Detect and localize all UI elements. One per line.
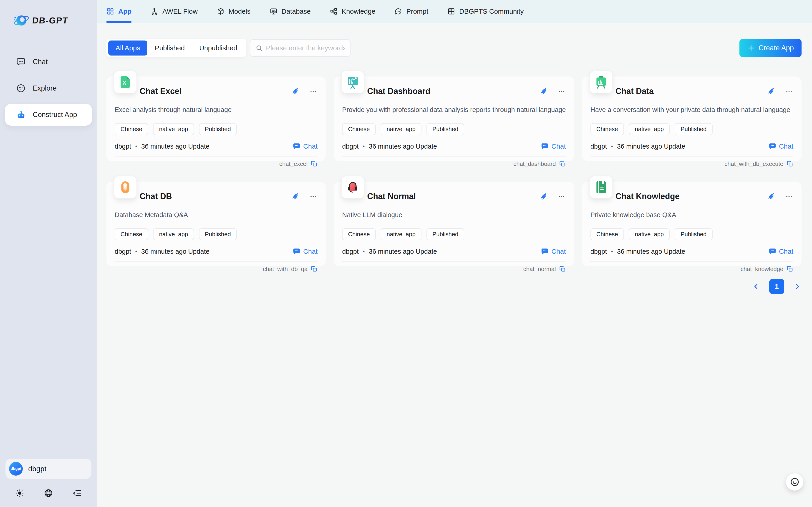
filter-group: All Apps Published Unpublished [107,39,246,57]
tab-awel-flow[interactable]: AWEL Flow [150,0,197,23]
sidebar-item-label: Construct App [33,111,77,119]
feedback-smiley-button[interactable] [786,473,803,491]
feather-badge-icon [539,192,547,201]
excel-letter: X [123,80,126,86]
collapse-sidebar-icon[interactable] [72,488,82,498]
card-slug: chat_knowledge [741,266,783,273]
sql-monitor-icon: SQL [270,7,277,15]
tab-models[interactable]: Models [217,0,251,23]
sidebar: DB-GPT Chat Explore [0,0,97,507]
card-owner: dbgpt [590,248,607,255]
chat-link[interactable]: Chat [541,247,566,255]
chevron-left-icon [752,282,760,291]
card-footer: chat_normal [342,262,566,276]
tag-row: Chinese native_app Published [590,228,793,240]
tag: Published [427,228,464,240]
app-card-chat-db[interactable]: Chat DB Database Metadata Q&A Chines [107,182,326,266]
previous-page-button[interactable] [752,282,760,291]
card-description: Native LLM dialogue [342,211,566,219]
tab-knowledge[interactable]: Knowledge [330,0,375,23]
app-card-chat-normal[interactable]: Chat Normal Native LLM dialogue Chin [334,182,574,266]
more-icon[interactable] [309,87,317,96]
filter-unpublished[interactable]: Unpublished [192,41,245,56]
sidebar-item-explore[interactable]: Explore [5,77,92,99]
tab-dbgpts-community[interactable]: DBGPTS Community [447,0,523,23]
logo: DB-GPT [0,0,97,29]
feather-badge-icon [766,87,775,95]
sidebar-nav: Chat Explore [0,51,97,130]
meta-row: dbgpt • 36 minutes ago Update Chat [115,143,317,150]
card-title: Chat DB [140,191,172,201]
more-icon[interactable] [785,87,793,96]
chevron-right-icon [793,282,802,291]
tag-row: Chinese native_app Published [342,228,566,240]
copy-icon[interactable] [787,160,793,167]
tag: Chinese [342,228,376,240]
more-icon[interactable] [557,192,566,201]
tag: Chinese [115,123,148,135]
tag: Chinese [342,123,376,135]
language-globe-icon[interactable] [44,488,53,498]
app-card-grid: X Chat Excel [107,76,802,266]
card-title: Chat Dashboard [367,87,430,96]
chat-filled-icon [541,247,549,255]
chat-filled-icon [293,247,301,255]
dot-separator: • [135,248,137,255]
tab-prompt[interactable]: Prompt [394,0,428,23]
tag: native_app [381,228,422,240]
tag: native_app [153,228,194,240]
filter-published[interactable]: Published [147,41,192,56]
chat-link[interactable]: Chat [541,143,566,150]
card-updated: 36 minutes ago Update [369,143,437,150]
app-card-chat-knowledge[interactable]: Chat Knowledge Private knowledge base Q&… [582,182,802,266]
excel-file-icon: X [114,71,136,93]
chat-link-label: Chat [779,143,793,150]
tab-database[interactable]: SQL Database [270,0,311,23]
search-input[interactable] [266,44,345,52]
chat-link[interactable]: Chat [293,247,317,255]
card-slug: chat_excel [279,160,308,167]
chat-link[interactable]: Chat [768,143,793,150]
dot-separator: • [135,143,137,150]
user-profile[interactable]: dbgpt dbgpt [5,459,91,479]
app-card-chat-data[interactable]: Chat Data Have a conversation with your … [582,76,802,161]
copy-icon[interactable] [787,266,793,272]
theme-sun-icon[interactable] [15,488,24,498]
pagination: 1 [107,279,802,294]
toolbar: All Apps Published Unpublished Create Ap… [107,39,802,57]
graph-icon [330,7,337,15]
next-page-button[interactable] [793,282,802,291]
tag: Chinese [590,228,624,240]
card-owner: dbgpt [115,143,131,150]
page-number-button[interactable]: 1 [769,279,784,294]
copy-icon[interactable] [311,160,317,167]
app-card-chat-dashboard[interactable]: Chat Dashboard Provide you with professi… [334,76,574,161]
tab-label: App [118,7,131,15]
card-updated: 36 minutes ago Update [617,143,685,150]
more-icon[interactable] [309,192,317,201]
copy-icon[interactable] [559,160,566,167]
tag-row: Chinese native_app Published [115,123,317,135]
top-navigation: App AWEL Flow Models SQL [97,0,812,23]
meta-row: dbgpt • 36 minutes ago Update Chat [342,247,566,255]
avatar: dbgpt [9,462,23,475]
more-icon[interactable] [785,192,793,201]
app-card-chat-excel[interactable]: X Chat Excel [107,76,326,161]
copy-icon[interactable] [311,266,317,272]
card-description: Have a conversation with your private da… [590,106,793,114]
card-title: Chat Normal [367,191,416,201]
chat-link[interactable]: Chat [768,247,793,255]
sidebar-item-construct-app[interactable]: Construct App [5,104,92,126]
create-app-button[interactable]: Create App [739,39,802,57]
data-easel-icon [590,71,612,93]
card-slug: chat_with_db_qa [263,266,308,273]
filter-all-apps[interactable]: All Apps [108,41,147,56]
card-updated: 36 minutes ago Update [617,248,685,255]
more-icon[interactable] [557,87,566,96]
card-owner: dbgpt [115,248,131,255]
chat-link[interactable]: Chat [293,143,317,150]
sidebar-item-chat[interactable]: Chat [5,51,92,73]
tab-app[interactable]: App [107,0,131,23]
copy-icon[interactable] [559,266,566,272]
headset-icon [341,176,364,199]
